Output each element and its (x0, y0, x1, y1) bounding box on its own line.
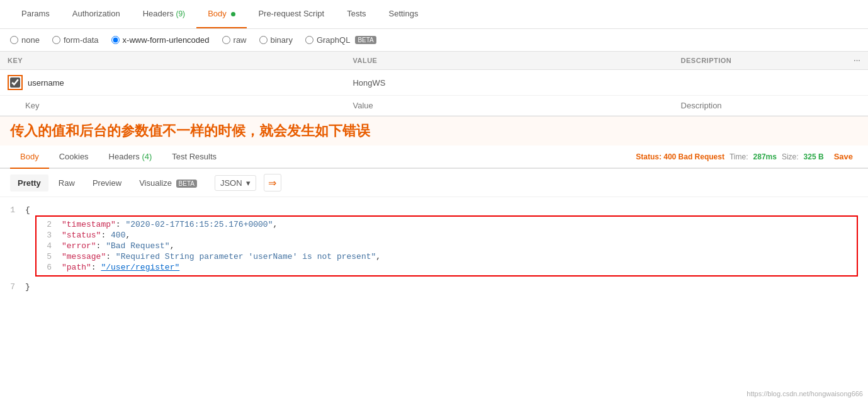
tab-authorization[interactable]: Authorization (61, 0, 132, 28)
new-row (0, 96, 868, 116)
row-checkbox[interactable] (10, 77, 20, 88)
save-button[interactable]: Save (829, 149, 858, 164)
size-value: 325 B (804, 152, 824, 161)
new-desc-input[interactable] (681, 101, 839, 110)
main-content: Params Authorization Headers (9) Body Pr… (0, 0, 868, 300)
code-area: 1 { 2 "timestamp": "2020-02-17T16:15:25.… (0, 197, 868, 300)
bottom-tab-body[interactable]: Body (10, 146, 49, 169)
new-key-cell (0, 96, 345, 116)
bottom-tab-headers[interactable]: Headers (4) (99, 146, 162, 169)
line-content-6: "path": "/user/register" (62, 263, 857, 272)
resp-tab-preview[interactable]: Preview (85, 174, 129, 191)
line-content-4: "error": "Bad Request", (62, 241, 857, 251)
annotation-overlay: 传入的值和后台的参数值不一样的时候，就会发生如下错误 (0, 116, 868, 146)
chevron-down-icon: ▾ (246, 178, 251, 188)
resp-tab-visualize[interactable]: Visualize BETA (132, 174, 205, 191)
size-label: Size: (782, 152, 799, 161)
radio-none[interactable]: none (10, 35, 40, 45)
code-line-6: 6 "path": "/user/register" (37, 262, 857, 273)
radio-binary[interactable]: binary (259, 35, 293, 45)
resp-tab-pretty[interactable]: Pretty (10, 174, 48, 191)
more-icon[interactable]: ··· (854, 57, 860, 64)
bottom-tabs-bar: Body Cookies Headers (4) Test Results St… (0, 146, 868, 169)
bottom-tab-testresults[interactable]: Test Results (162, 146, 227, 169)
top-tabs-bar: Params Authorization Headers (9) Body Pr… (0, 0, 868, 29)
graphql-beta-badge: BETA (355, 36, 376, 44)
tab-tests[interactable]: Tests (335, 0, 377, 28)
line-content-1: { (25, 205, 868, 215)
line-num-7: 7 (0, 282, 25, 292)
code-line-5: 5 "message": "Required String parameter … (37, 251, 857, 262)
new-desc-cell (674, 96, 847, 116)
line-num-1: 1 (0, 205, 25, 215)
checkbox-wrap (8, 75, 23, 90)
tab-headers[interactable]: Headers (9) (132, 0, 196, 28)
line-content-7: } (25, 282, 868, 292)
time-value: 287ms (753, 152, 777, 161)
code-line-4: 4 "error": "Bad Request", (37, 241, 857, 251)
new-value-input[interactable] (352, 101, 665, 110)
new-value-cell (345, 96, 673, 116)
annotation-text: 传入的值和后台的参数值不一样的时候，就会发生如下错误 (10, 123, 370, 139)
line-num-5: 5 (37, 252, 62, 261)
col-header-value: VALUE (345, 52, 673, 70)
line-content-2: "timestamp": "2020-02-17T16:15:25.176+00… (62, 220, 857, 229)
desc-input[interactable] (681, 78, 839, 88)
resp-tab-raw[interactable]: Raw (51, 174, 82, 191)
new-row-actions (846, 96, 868, 116)
time-label: Time: (730, 152, 748, 161)
body-active-dot (231, 12, 235, 16)
radio-x-www-form-urlencoded[interactable]: x-www-form-urlencoded (111, 35, 210, 45)
tab-params[interactable]: Params (10, 0, 61, 28)
code-line-2: 2 "timestamp": "2020-02-17T16:15:25.176+… (37, 219, 857, 230)
radio-raw[interactable]: raw (222, 35, 247, 45)
format-selector[interactable]: JSON ▾ (215, 175, 256, 191)
key-cell (0, 70, 345, 96)
wrap-button[interactable]: ⇒ (264, 174, 281, 191)
table-header-row: KEY VALUE DESCRIPTION ··· (0, 52, 868, 70)
line-num-4: 4 (37, 241, 62, 251)
code-line-7: 7 } (0, 282, 868, 292)
status-badge: Status: 400 Bad Request (636, 152, 724, 161)
col-header-key: KEY (0, 52, 345, 70)
tab-settings[interactable]: Settings (378, 0, 430, 28)
body-type-row: none form-data x-www-form-urlencoded raw… (0, 29, 868, 52)
status-info: Status: 400 Bad Request Time: 287ms Size… (636, 149, 858, 164)
table-row (0, 70, 868, 96)
code-line-1: 1 { (0, 205, 868, 215)
line-content-3: "status": 400, (62, 231, 857, 240)
tab-body[interactable]: Body (196, 0, 247, 28)
value-cell (345, 70, 673, 96)
bottom-tab-cookies[interactable]: Cookies (49, 146, 99, 169)
line-num-2: 2 (37, 220, 62, 229)
radio-graphql[interactable]: GraphQL BETA (305, 35, 376, 45)
row-actions (846, 70, 868, 96)
wrap-icon: ⇒ (268, 177, 276, 189)
tab-prerequest[interactable]: Pre-request Script (247, 0, 335, 28)
visualize-beta-badge: BETA (176, 180, 197, 188)
col-header-description: DESCRIPTION (674, 52, 847, 70)
response-error-box: 2 "timestamp": "2020-02-17T16:15:25.176+… (35, 215, 858, 277)
line-num-3: 3 (37, 231, 62, 240)
response-toolbar: Pretty Raw Preview Visualize BETA JSON ▾… (0, 169, 868, 197)
line-content-5: "message": "Required String parameter 'u… (62, 252, 857, 261)
params-table: KEY VALUE DESCRIPTION ··· (0, 52, 868, 116)
new-key-input[interactable] (25, 101, 337, 110)
desc-cell (674, 70, 847, 96)
response-box-wrapper: 2 "timestamp": "2020-02-17T16:15:25.176+… (0, 215, 868, 277)
key-input[interactable] (28, 78, 337, 88)
col-header-actions: ··· (846, 52, 868, 70)
code-line-3: 3 "status": 400, (37, 230, 857, 241)
radio-form-data[interactable]: form-data (52, 35, 99, 45)
value-input[interactable] (352, 78, 665, 88)
line-num-6: 6 (37, 263, 62, 272)
